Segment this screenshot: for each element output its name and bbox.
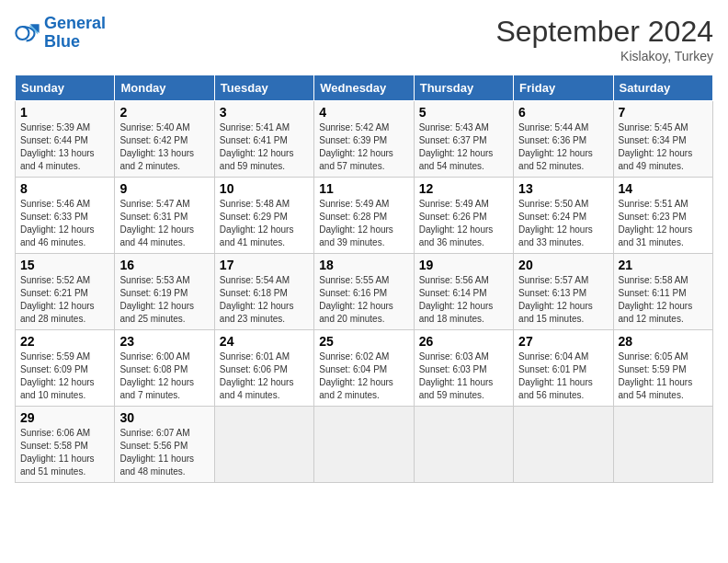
calendar-week-2: 8Sunrise: 5:46 AM Sunset: 6:33 PM Daylig… [16, 178, 713, 254]
logo-blue: Blue [44, 33, 106, 52]
day-info: Sunrise: 6:04 AM Sunset: 6:01 PM Dayligh… [518, 350, 608, 402]
calendar-cell: 24Sunrise: 6:01 AM Sunset: 6:06 PM Dayli… [214, 330, 313, 407]
calendar-cell: 23Sunrise: 6:00 AM Sunset: 6:08 PM Dayli… [115, 330, 214, 407]
calendar-cell: 13Sunrise: 5:50 AM Sunset: 6:24 PM Dayli… [514, 178, 613, 254]
day-info: Sunrise: 5:58 AM Sunset: 6:11 PM Dayligh… [619, 274, 708, 326]
day-info: Sunrise: 6:03 AM Sunset: 6:03 PM Dayligh… [419, 350, 508, 402]
calendar-cell: 29Sunrise: 6:06 AM Sunset: 5:58 PM Dayli… [16, 407, 115, 483]
calendar-week-5: 29Sunrise: 6:06 AM Sunset: 5:58 PM Dayli… [16, 407, 713, 483]
day-info: Sunrise: 5:45 AM Sunset: 6:34 PM Dayligh… [619, 121, 708, 173]
day-info: Sunrise: 5:56 AM Sunset: 6:14 PM Dayligh… [419, 274, 508, 326]
calendar-cell: 27Sunrise: 6:04 AM Sunset: 6:01 PM Dayli… [514, 330, 613, 407]
calendar-cell: 16Sunrise: 5:53 AM Sunset: 6:19 PM Dayli… [115, 254, 214, 330]
day-info: Sunrise: 5:50 AM Sunset: 6:24 PM Dayligh… [518, 198, 608, 249]
calendar-cell: 28Sunrise: 6:05 AM Sunset: 5:59 PM Dayli… [613, 330, 712, 407]
calendar-cell: 10Sunrise: 5:48 AM Sunset: 6:29 PM Dayli… [214, 178, 313, 254]
calendar-week-4: 22Sunrise: 5:59 AM Sunset: 6:09 PM Dayli… [16, 330, 713, 407]
calendar-cell: 20Sunrise: 5:57 AM Sunset: 6:13 PM Dayli… [514, 254, 613, 330]
calendar-cell: 19Sunrise: 5:56 AM Sunset: 6:14 PM Dayli… [414, 254, 513, 330]
logo-general: General [44, 15, 106, 33]
day-info: Sunrise: 5:57 AM Sunset: 6:13 PM Dayligh… [518, 274, 608, 326]
day-number: 2 [119, 105, 209, 120]
calendar-cell [514, 407, 613, 483]
day-number: 22 [20, 334, 109, 349]
calendar-cell: 6Sunrise: 5:44 AM Sunset: 6:36 PM Daylig… [514, 101, 613, 178]
day-number: 30 [119, 410, 209, 425]
day-number: 19 [419, 258, 508, 272]
logo: General Blue [15, 15, 106, 52]
day-info: Sunrise: 6:06 AM Sunset: 5:58 PM Dayligh… [20, 427, 109, 478]
day-info: Sunrise: 6:01 AM Sunset: 6:06 PM Dayligh… [220, 350, 309, 402]
day-info: Sunrise: 5:47 AM Sunset: 6:31 PM Dayligh… [119, 198, 209, 249]
calendar-cell [314, 407, 414, 483]
calendar-week-3: 15Sunrise: 5:52 AM Sunset: 6:21 PM Dayli… [16, 254, 713, 330]
day-number: 10 [220, 181, 309, 196]
day-number: 21 [619, 258, 708, 272]
day-number: 3 [220, 105, 309, 120]
calendar-cell: 7Sunrise: 5:45 AM Sunset: 6:34 PM Daylig… [613, 101, 712, 178]
day-info: Sunrise: 5:54 AM Sunset: 6:18 PM Dayligh… [220, 274, 309, 326]
day-info: Sunrise: 5:44 AM Sunset: 6:36 PM Dayligh… [518, 121, 608, 173]
day-number: 12 [419, 181, 508, 196]
col-header-monday: Monday [115, 75, 214, 101]
calendar-cell: 3Sunrise: 5:41 AM Sunset: 6:41 PM Daylig… [214, 101, 313, 178]
calendar-cell: 9Sunrise: 5:47 AM Sunset: 6:31 PM Daylig… [115, 178, 214, 254]
day-number: 17 [220, 258, 309, 272]
col-header-wednesday: Wednesday [314, 75, 414, 101]
calendar-cell: 26Sunrise: 6:03 AM Sunset: 6:03 PM Dayli… [414, 330, 513, 407]
day-number: 6 [518, 105, 608, 120]
svg-point-0 [16, 27, 28, 40]
day-info: Sunrise: 5:43 AM Sunset: 6:37 PM Dayligh… [419, 121, 508, 173]
calendar-cell: 4Sunrise: 5:42 AM Sunset: 6:39 PM Daylig… [314, 101, 414, 178]
calendar-cell: 12Sunrise: 5:49 AM Sunset: 6:26 PM Dayli… [414, 178, 513, 254]
calendar-cell: 21Sunrise: 5:58 AM Sunset: 6:11 PM Dayli… [613, 254, 712, 330]
calendar-body: 1Sunrise: 5:39 AM Sunset: 6:44 PM Daylig… [16, 101, 713, 483]
title-block: September 2024 Kislakoy, Turkey [495, 15, 713, 63]
day-info: Sunrise: 5:49 AM Sunset: 6:28 PM Dayligh… [319, 198, 408, 249]
day-number: 14 [619, 181, 708, 196]
calendar-week-1: 1Sunrise: 5:39 AM Sunset: 6:44 PM Daylig… [16, 101, 713, 178]
month-title: September 2024 [495, 15, 713, 49]
day-info: Sunrise: 6:02 AM Sunset: 6:04 PM Dayligh… [319, 350, 408, 402]
day-number: 18 [319, 258, 408, 272]
day-number: 5 [419, 105, 508, 120]
calendar-cell: 17Sunrise: 5:54 AM Sunset: 6:18 PM Dayli… [214, 254, 313, 330]
day-info: Sunrise: 6:07 AM Sunset: 5:56 PM Dayligh… [119, 427, 209, 478]
day-number: 23 [119, 334, 209, 349]
day-number: 16 [119, 258, 209, 272]
calendar-cell: 5Sunrise: 5:43 AM Sunset: 6:37 PM Daylig… [414, 101, 513, 178]
calendar-cell: 14Sunrise: 5:51 AM Sunset: 6:23 PM Dayli… [613, 178, 712, 254]
location-subtitle: Kislakoy, Turkey [495, 49, 713, 63]
day-info: Sunrise: 5:52 AM Sunset: 6:21 PM Dayligh… [20, 274, 109, 326]
day-number: 15 [20, 258, 109, 272]
day-info: Sunrise: 6:05 AM Sunset: 5:59 PM Dayligh… [619, 350, 708, 402]
day-number: 24 [220, 334, 309, 349]
day-info: Sunrise: 5:55 AM Sunset: 6:16 PM Dayligh… [319, 274, 408, 326]
calendar-cell: 1Sunrise: 5:39 AM Sunset: 6:44 PM Daylig… [16, 101, 115, 178]
day-number: 1 [20, 105, 109, 120]
day-number: 8 [20, 181, 109, 196]
day-number: 26 [419, 334, 508, 349]
day-info: Sunrise: 5:59 AM Sunset: 6:09 PM Dayligh… [20, 350, 109, 402]
day-number: 20 [518, 258, 608, 272]
day-number: 29 [20, 410, 109, 425]
day-number: 13 [518, 181, 608, 196]
calendar-cell [414, 407, 513, 483]
calendar-cell: 25Sunrise: 6:02 AM Sunset: 6:04 PM Dayli… [314, 330, 414, 407]
day-info: Sunrise: 5:42 AM Sunset: 6:39 PM Dayligh… [319, 121, 408, 173]
calendar-cell: 11Sunrise: 5:49 AM Sunset: 6:28 PM Dayli… [314, 178, 414, 254]
calendar-cell [214, 407, 313, 483]
calendar-cell: 8Sunrise: 5:46 AM Sunset: 6:33 PM Daylig… [16, 178, 115, 254]
day-info: Sunrise: 5:39 AM Sunset: 6:44 PM Dayligh… [20, 121, 109, 173]
day-number: 27 [518, 334, 608, 349]
calendar-cell: 15Sunrise: 5:52 AM Sunset: 6:21 PM Dayli… [16, 254, 115, 330]
calendar-cell: 2Sunrise: 5:40 AM Sunset: 6:42 PM Daylig… [115, 101, 214, 178]
logo-icon [15, 20, 40, 46]
col-header-saturday: Saturday [613, 75, 712, 101]
calendar-cell: 22Sunrise: 5:59 AM Sunset: 6:09 PM Dayli… [16, 330, 115, 407]
day-number: 11 [319, 181, 408, 196]
day-info: Sunrise: 5:51 AM Sunset: 6:23 PM Dayligh… [619, 198, 708, 249]
day-info: Sunrise: 6:00 AM Sunset: 6:08 PM Dayligh… [119, 350, 209, 402]
calendar-table: SundayMondayTuesdayWednesdayThursdayFrid… [15, 75, 713, 483]
col-header-thursday: Thursday [414, 75, 513, 101]
